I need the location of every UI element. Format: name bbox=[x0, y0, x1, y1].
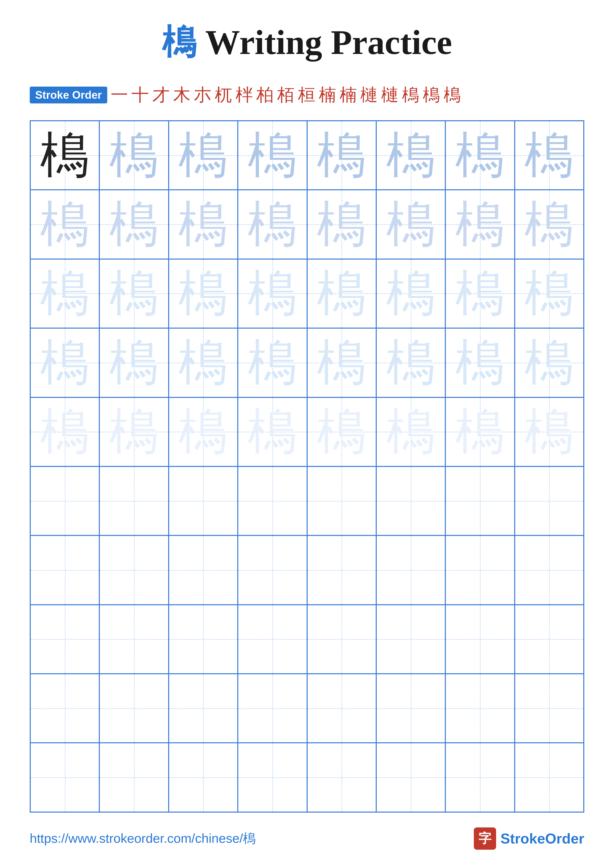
grid-cell[interactable] bbox=[307, 674, 376, 743]
grid-cell[interactable]: 樢 bbox=[238, 121, 307, 190]
grid-cell[interactable] bbox=[515, 605, 584, 674]
grid-cell[interactable] bbox=[238, 605, 307, 674]
grid-cell[interactable] bbox=[238, 467, 307, 535]
grid-cell[interactable] bbox=[169, 467, 238, 535]
grid-cell[interactable]: 樢 bbox=[445, 259, 515, 328]
practice-char: 樢 bbox=[386, 191, 436, 258]
footer-brand: 字 StrokeOrder bbox=[474, 828, 584, 850]
grid-row-6 bbox=[30, 467, 584, 535]
grid-cell[interactable]: 樢 bbox=[307, 121, 376, 190]
grid-cell[interactable]: 樢 bbox=[445, 121, 515, 190]
stroke-13: 槤 bbox=[361, 85, 378, 105]
grid-cell[interactable] bbox=[445, 743, 515, 812]
grid-cell[interactable]: 樢 bbox=[376, 121, 445, 190]
grid-cell[interactable]: 樢 bbox=[238, 190, 307, 259]
grid-cell[interactable]: 樢 bbox=[169, 190, 238, 259]
grid-cell[interactable] bbox=[30, 467, 99, 535]
grid-cell[interactable] bbox=[169, 605, 238, 674]
grid-cell[interactable] bbox=[99, 535, 168, 604]
practice-char: 樢 bbox=[386, 398, 436, 465]
grid-cell[interactable]: 樢 bbox=[445, 328, 515, 397]
grid-cell[interactable] bbox=[307, 605, 376, 674]
practice-char: 樢 bbox=[524, 122, 574, 189]
grid-cell[interactable] bbox=[30, 535, 99, 604]
grid-cell[interactable] bbox=[307, 743, 376, 812]
grid-row-3: 樢 樢 樢 樢 樢 樢 樢 樢 bbox=[30, 259, 584, 328]
grid-cell[interactable] bbox=[307, 467, 376, 535]
grid-cell[interactable]: 樢 bbox=[515, 328, 584, 397]
grid-cell[interactable] bbox=[99, 674, 168, 743]
grid-cell[interactable]: 樢 bbox=[30, 328, 99, 397]
grid-cell[interactable] bbox=[238, 535, 307, 604]
practice-char: 樢 bbox=[40, 398, 90, 465]
grid-cell[interactable]: 樢 bbox=[376, 259, 445, 328]
practice-char: 樢 bbox=[317, 122, 366, 189]
grid-cell[interactable]: 樢 bbox=[30, 190, 99, 259]
grid-cell[interactable]: 樢 bbox=[99, 190, 168, 259]
grid-cell[interactable] bbox=[30, 674, 99, 743]
grid-cell[interactable] bbox=[515, 743, 584, 812]
practice-char: 樢 bbox=[317, 260, 366, 327]
grid-cell[interactable]: 樢 bbox=[238, 397, 307, 467]
grid-cell[interactable] bbox=[376, 467, 445, 535]
grid-cell[interactable] bbox=[515, 467, 584, 535]
grid-cell[interactable] bbox=[376, 535, 445, 604]
grid-cell[interactable] bbox=[445, 535, 515, 604]
grid-cell[interactable]: 樢 bbox=[99, 121, 168, 190]
grid-cell[interactable]: 樢 bbox=[376, 397, 445, 467]
grid-cell[interactable] bbox=[169, 674, 238, 743]
grid-cell[interactable]: 樢 bbox=[238, 259, 307, 328]
practice-char: 樢 bbox=[524, 398, 574, 465]
grid-cell[interactable] bbox=[238, 674, 307, 743]
grid-cell[interactable]: 樢 bbox=[515, 397, 584, 467]
stroke-7: 柈 bbox=[236, 85, 253, 105]
grid-cell[interactable] bbox=[515, 535, 584, 604]
grid-cell[interactable] bbox=[445, 605, 515, 674]
practice-char: 樢 bbox=[248, 398, 297, 465]
grid-cell[interactable] bbox=[307, 535, 376, 604]
grid-row-5: 樢 樢 樢 樢 樢 樢 樢 樢 bbox=[30, 397, 584, 467]
grid-cell[interactable]: 樢 bbox=[376, 190, 445, 259]
grid-cell[interactable] bbox=[169, 743, 238, 812]
grid-cell[interactable] bbox=[99, 467, 168, 535]
practice-char: 樢 bbox=[40, 329, 90, 396]
practice-char: 樢 bbox=[178, 398, 228, 465]
practice-char: 樢 bbox=[248, 260, 297, 327]
grid-cell[interactable] bbox=[169, 535, 238, 604]
grid-cell[interactable]: 樢 bbox=[30, 397, 99, 467]
grid-cell[interactable] bbox=[238, 743, 307, 812]
grid-cell[interactable] bbox=[30, 605, 99, 674]
grid-cell[interactable]: 樢 bbox=[307, 190, 376, 259]
grid-cell[interactable]: 樢 bbox=[169, 121, 238, 190]
grid-row-7 bbox=[30, 535, 584, 604]
grid-cell[interactable] bbox=[445, 467, 515, 535]
practice-char: 樢 bbox=[40, 260, 90, 327]
grid-cell[interactable]: 樢 bbox=[169, 397, 238, 467]
grid-cell[interactable]: 樢 bbox=[445, 397, 515, 467]
grid-cell[interactable]: 樢 bbox=[515, 121, 584, 190]
grid-cell[interactable] bbox=[376, 605, 445, 674]
grid-cell[interactable]: 樢 bbox=[99, 259, 168, 328]
grid-cell[interactable]: 樢 bbox=[30, 259, 99, 328]
grid-cell[interactable]: 樢 bbox=[307, 397, 376, 467]
grid-cell[interactable]: 樢 bbox=[445, 190, 515, 259]
grid-cell[interactable]: 樢 bbox=[307, 259, 376, 328]
grid-cell[interactable]: 樢 bbox=[30, 121, 99, 190]
grid-cell[interactable] bbox=[515, 674, 584, 743]
grid-cell[interactable]: 樢 bbox=[515, 190, 584, 259]
grid-cell[interactable] bbox=[376, 674, 445, 743]
grid-cell[interactable] bbox=[99, 743, 168, 812]
grid-cell[interactable]: 樢 bbox=[376, 328, 445, 397]
grid-cell[interactable] bbox=[99, 605, 168, 674]
grid-cell[interactable]: 樢 bbox=[99, 397, 168, 467]
grid-cell[interactable] bbox=[376, 743, 445, 812]
grid-cell[interactable]: 樢 bbox=[169, 328, 238, 397]
grid-cell[interactable]: 樢 bbox=[169, 259, 238, 328]
grid-cell[interactable]: 樢 bbox=[238, 328, 307, 397]
grid-cell[interactable] bbox=[445, 674, 515, 743]
grid-cell[interactable]: 樢 bbox=[99, 328, 168, 397]
grid-cell[interactable] bbox=[30, 743, 99, 812]
grid-row-8 bbox=[30, 605, 584, 674]
grid-cell[interactable]: 樢 bbox=[515, 259, 584, 328]
grid-cell[interactable]: 樢 bbox=[307, 328, 376, 397]
